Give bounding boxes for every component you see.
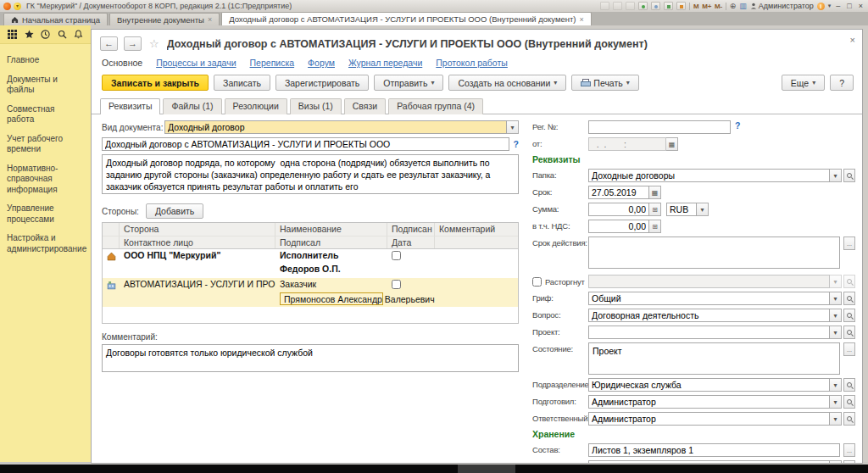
nav-link-main[interactable]: Основное bbox=[102, 58, 142, 68]
print-preview-icon[interactable] bbox=[626, 2, 635, 10]
print-button[interactable]: Печать▾ bbox=[571, 75, 638, 91]
folder-dropdown-icon[interactable]: ▾ bbox=[830, 169, 842, 182]
sidebar-item-documents-files[interactable]: Документы и файлы bbox=[5, 70, 86, 100]
send-button[interactable]: Отправить▾ bbox=[374, 75, 443, 91]
tab-resolutions[interactable]: Резолюции bbox=[225, 98, 287, 114]
side-cell[interactable]: АВТОМАТИЗАЦИЯ - УСЛУГИ И ПРОЕКТЫ ООО bbox=[120, 278, 275, 292]
tab-visas[interactable]: Визы (1) bbox=[290, 98, 342, 114]
reg-no-input[interactable] bbox=[588, 120, 731, 134]
tab-files[interactable]: Файлы (1) bbox=[163, 98, 221, 114]
project-open-icon[interactable] bbox=[843, 326, 855, 339]
table-row[interactable]: ООО НПЦ "Меркурий" Исполнитель bbox=[103, 249, 518, 263]
col-header-side[interactable]: Сторона bbox=[120, 223, 275, 236]
close-tab-icon[interactable]: × bbox=[208, 15, 212, 24]
nav-link-transfer-log[interactable]: Журнал передачи bbox=[348, 58, 422, 68]
save-icon[interactable] bbox=[600, 2, 609, 10]
sidebar-item-process-management[interactable]: Управление процессами bbox=[5, 199, 86, 229]
department-dropdown-icon[interactable]: ▾ bbox=[830, 378, 842, 392]
close-window-button[interactable]: × bbox=[857, 2, 865, 10]
sidebar-item-main[interactable]: Главное bbox=[5, 51, 86, 70]
back-button[interactable]: ← bbox=[100, 36, 118, 51]
doc-kind-input[interactable] bbox=[164, 120, 507, 134]
term-calendar-icon[interactable]: ▦ bbox=[649, 186, 661, 199]
case-open-icon[interactable] bbox=[843, 460, 855, 464]
prepared-dropdown-icon[interactable]: ▾ bbox=[830, 395, 842, 409]
help-button[interactable]: ? bbox=[830, 75, 854, 91]
side-cell[interactable]: ООО НПЦ "Меркурий" bbox=[120, 249, 275, 263]
table-icon[interactable] bbox=[664, 2, 673, 10]
sections-menu-icon[interactable] bbox=[8, 30, 17, 39]
nav-link-correspondence[interactable]: Переписка bbox=[250, 58, 295, 68]
contents-input[interactable] bbox=[588, 443, 840, 457]
nav-link-processes[interactable]: Процессы и задачи bbox=[156, 58, 236, 68]
project-dropdown-icon[interactable]: ▾ bbox=[830, 326, 842, 339]
notifications-bell-icon[interactable] bbox=[74, 30, 83, 39]
signed-checkbox[interactable] bbox=[392, 280, 401, 289]
titlebar-chevron-icon[interactable]: ▾ bbox=[828, 2, 832, 10]
tab-income-contract[interactable]: Доходный договор с АВТОМАТИЗАЦИЯ - УСЛУГ… bbox=[221, 12, 592, 25]
split-view-icon[interactable]: ▥ bbox=[739, 2, 747, 10]
calendar-icon[interactable] bbox=[676, 2, 686, 10]
prepared-open-icon[interactable] bbox=[843, 395, 855, 409]
case-input[interactable] bbox=[588, 460, 830, 464]
tab-internal-documents[interactable]: Внутренние документы × bbox=[109, 13, 220, 25]
tab-home[interactable]: Начальная страница bbox=[3, 13, 108, 25]
doc-name-input[interactable] bbox=[102, 137, 509, 151]
table-row-line2[interactable]: Прямоносов Александр Валерьевич bbox=[103, 292, 518, 307]
main-menu-icon[interactable]: ▾ bbox=[14, 3, 21, 10]
reg-no-help-icon[interactable]: ? bbox=[735, 120, 740, 131]
search-icon[interactable] bbox=[58, 30, 67, 39]
prepared-input[interactable] bbox=[588, 395, 830, 409]
terminated-checkbox[interactable] bbox=[532, 277, 542, 287]
question-dropdown-icon[interactable]: ▾ bbox=[830, 309, 842, 322]
validity-textarea[interactable] bbox=[588, 236, 840, 269]
vat-input[interactable] bbox=[588, 220, 649, 233]
zoom-icon[interactable]: ⊕ bbox=[730, 2, 737, 10]
col-header-comment[interactable]: Комментарий bbox=[435, 223, 518, 236]
history-clock-icon[interactable] bbox=[41, 30, 50, 39]
validity-more-button[interactable]: ... bbox=[843, 236, 855, 250]
responsible-input[interactable] bbox=[588, 412, 830, 426]
reg-date-input[interactable] bbox=[588, 137, 666, 151]
more-button[interactable]: Еще▾ bbox=[782, 75, 825, 91]
tab-links[interactable]: Связи bbox=[344, 98, 386, 114]
app-logo-icon[interactable] bbox=[3, 3, 11, 10]
grif-open-icon[interactable] bbox=[843, 292, 855, 305]
currency-input[interactable] bbox=[666, 203, 697, 216]
role-cell[interactable]: Заказчик bbox=[275, 278, 387, 292]
sidebar-item-reference-info[interactable]: Нормативно-справочная информация bbox=[5, 159, 86, 200]
table-row-line2[interactable]: Федоров О.П. bbox=[103, 263, 518, 278]
currency-dropdown-icon[interactable]: ▾ bbox=[697, 203, 709, 216]
term-input[interactable] bbox=[588, 186, 649, 199]
favorites-star-icon[interactable] bbox=[25, 30, 34, 39]
department-input[interactable] bbox=[588, 378, 830, 392]
department-open-icon[interactable] bbox=[843, 378, 855, 392]
register-button[interactable]: Зарегистрировать bbox=[275, 75, 369, 91]
info-icon[interactable]: i bbox=[817, 3, 825, 10]
signed-checkbox[interactable] bbox=[392, 251, 401, 260]
terminated-input[interactable] bbox=[588, 275, 830, 288]
responsible-dropdown-icon[interactable]: ▾ bbox=[830, 412, 842, 426]
create-based-on-button[interactable]: Создать на основании▾ bbox=[448, 75, 566, 91]
tab-requisites[interactable]: Реквизиты bbox=[100, 98, 160, 114]
favorite-star-icon[interactable]: ☆ bbox=[149, 37, 159, 50]
signer-edit-cell[interactable]: Прямоносов Александр Валерьевич bbox=[280, 292, 383, 305]
responsible-open-icon[interactable] bbox=[843, 412, 855, 426]
state-more-button[interactable]: ... bbox=[843, 342, 855, 356]
calc-m-button[interactable]: M bbox=[693, 3, 698, 10]
folder-open-icon[interactable] bbox=[843, 169, 855, 182]
print-icon[interactable] bbox=[613, 2, 622, 10]
calc-m-plus-button[interactable]: M+ bbox=[702, 3, 711, 10]
project-input[interactable] bbox=[588, 326, 830, 339]
question-input[interactable] bbox=[588, 309, 830, 322]
minimize-button[interactable]: – bbox=[834, 2, 842, 10]
close-tab-icon[interactable]: × bbox=[580, 15, 584, 24]
col-header-signed[interactable]: Подписан bbox=[387, 223, 435, 236]
tab-working-group[interactable]: Рабочая группа (4) bbox=[388, 98, 483, 114]
folder-input[interactable] bbox=[588, 169, 830, 182]
doc-description-textarea[interactable]: Доходный договор подряда, по которому од… bbox=[102, 154, 519, 194]
col-header-signer[interactable]: Подписал bbox=[275, 236, 387, 248]
grif-dropdown-icon[interactable]: ▾ bbox=[830, 292, 842, 305]
signer-cell[interactable]: Федоров О.П. bbox=[275, 263, 387, 276]
sidebar-item-time-tracking[interactable]: Учет рабочего времени bbox=[5, 130, 86, 159]
